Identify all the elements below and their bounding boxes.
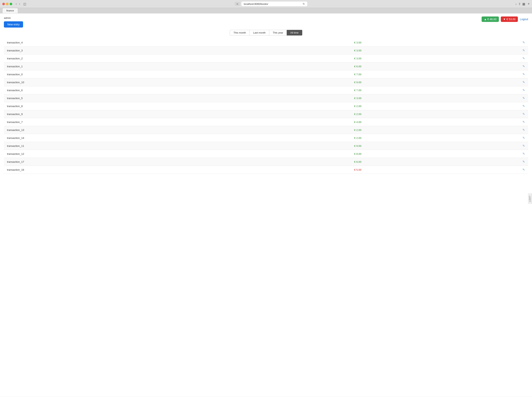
table-row: transaction_11€ 9.00✎ [4, 142, 528, 150]
transaction-amount: € 2.00 [266, 102, 449, 110]
transaction-amount: € 6.00 [266, 62, 449, 70]
transaction-edit-cell: ✎ [449, 126, 528, 134]
edit-icon[interactable]: ✎ [522, 96, 525, 100]
transaction-amount: € 3.00 [266, 94, 449, 102]
edit-icon[interactable]: ✎ [522, 73, 525, 76]
transaction-edit-cell: ✎ [449, 134, 528, 142]
transaction-amount: € 5.00 [266, 166, 449, 174]
table-row: transaction_8€ 2.00✎ [4, 102, 528, 110]
transaction-name: transaction_7 [4, 118, 266, 126]
edit-icon[interactable]: ✎ [522, 49, 525, 52]
tabs-button[interactable]: ▦ [522, 2, 525, 6]
forward-button[interactable]: › [18, 2, 21, 6]
transaction-name: transaction_0 [4, 70, 266, 78]
sidebar-toggle-button[interactable]: ◫ [23, 2, 27, 6]
transaction-name: transaction_6 [4, 86, 266, 94]
edit-icon[interactable]: ✎ [522, 144, 525, 147]
address-bar[interactable]: localhost:8080/books/ ↻ [241, 1, 307, 6]
new-tab-button[interactable]: + [527, 2, 530, 6]
transaction-edit-cell: ✎ [449, 142, 528, 150]
tab-bar: finance [0, 8, 532, 13]
minimize-button[interactable] [6, 3, 9, 5]
table-row: transaction_16€ 5.00✎ [4, 166, 528, 174]
table-row: transaction_6€ 7.00✎ [4, 86, 528, 94]
transaction-name: transaction_2 [4, 55, 266, 62]
filter-bar: This month Last month This year All time [4, 30, 528, 36]
table-row: transaction_4€ 3.00✎ [4, 39, 528, 47]
table-row: transaction_7€ 4.00✎ [4, 118, 528, 126]
expense-badge: ▼ € 53.00 [501, 17, 518, 22]
transaction-edit-cell: ✎ [449, 78, 528, 86]
table-row: transaction_17€ 6.00✎ [4, 158, 528, 166]
edit-icon[interactable]: ✎ [522, 160, 525, 163]
nav-buttons: ‹ › [15, 2, 21, 6]
transaction-edit-cell: ✎ [449, 110, 528, 118]
address-prefix: u [235, 2, 240, 6]
edit-icon[interactable]: ✎ [522, 41, 525, 44]
filter-this-year[interactable]: This year [269, 30, 287, 36]
reload-button[interactable]: ↻ [303, 2, 305, 6]
transaction-amount: € 9.00 [266, 142, 449, 150]
edit-icon[interactable]: ✎ [522, 152, 525, 155]
edit-icon[interactable]: ✎ [522, 88, 525, 92]
filter-last-month[interactable]: Last month [250, 30, 269, 36]
url-text: localhost:8080/books/ [244, 2, 268, 6]
table-row: transaction_2€ 3.00✎ [4, 55, 528, 62]
transaction-edit-cell: ✎ [449, 150, 528, 158]
transaction-edit-cell: ✎ [449, 118, 528, 126]
back-button[interactable]: ‹ [15, 2, 18, 6]
download-button[interactable]: ↓ [515, 2, 517, 6]
table-row: transaction_9€ 2.00✎ [4, 110, 528, 118]
transaction-amount: € 8.00 [266, 150, 449, 158]
edit-icon[interactable]: ✎ [522, 120, 525, 124]
table-row: transaction_1€ 6.00✎ [4, 62, 528, 70]
transaction-edit-cell: ✎ [449, 70, 528, 78]
edit-icon[interactable]: ✎ [522, 112, 525, 116]
traffic-lights [2, 3, 12, 5]
edit-icon[interactable]: ✎ [522, 136, 525, 139]
transaction-name: transaction_14 [4, 134, 266, 142]
page-content: admin New entry ▲ € 46.00 ▼ € 53.00 Logo… [0, 13, 532, 397]
maximize-button[interactable] [10, 3, 12, 5]
transaction-edit-cell: ✎ [449, 102, 528, 110]
browser-actions: ↓ ⇧ ▦ [515, 2, 525, 6]
logout-link[interactable]: Logout [520, 18, 528, 21]
transaction-amount: € 7.00 [266, 70, 449, 78]
transaction-table: transaction_4€ 3.00✎transaction_3€ 3.00✎… [4, 39, 528, 174]
edit-icon[interactable]: ✎ [522, 104, 525, 108]
header-right: ▲ € 46.00 ▼ € 53.00 Logout [482, 17, 528, 22]
transaction-edit-cell: ✎ [449, 166, 528, 174]
transaction-name: transaction_12 [4, 150, 266, 158]
transaction-amount: € 3.00 [266, 47, 449, 55]
transaction-amount: € 2.00 [266, 134, 449, 142]
page-header: admin New entry ▲ € 46.00 ▼ € 53.00 Logo… [4, 17, 528, 28]
transaction-name: transaction_5 [4, 94, 266, 102]
tab-title[interactable]: finance [2, 8, 18, 13]
share-button[interactable]: ⇧ [518, 2, 521, 6]
transaction-edit-cell: ✎ [449, 62, 528, 70]
edit-icon[interactable]: ✎ [522, 81, 525, 84]
transaction-name: transaction_11 [4, 142, 266, 150]
new-entry-button[interactable]: New entry [4, 21, 23, 28]
browser-chrome: ‹ › ◫ u localhost:8080/books/ ↻ ↓ ⇧ ▦ + [0, 0, 532, 8]
transaction-edit-cell: ✎ [449, 55, 528, 62]
close-button[interactable] [2, 3, 5, 5]
edit-icon[interactable]: ✎ [522, 168, 525, 171]
address-bar-area: u localhost:8080/books/ ↻ [29, 1, 514, 6]
table-row: transaction_3€ 3.00✎ [4, 47, 528, 55]
edit-icon[interactable]: ✎ [522, 128, 525, 131]
table-row: transaction_13€ 2.00✎ [4, 126, 528, 134]
sidebar-label: LDDT [528, 193, 532, 204]
user-label: admin [4, 17, 23, 19]
transaction-name: transaction_16 [4, 166, 266, 174]
transaction-name: transaction_9 [4, 110, 266, 118]
transaction-edit-cell: ✎ [449, 86, 528, 94]
transaction-amount: € 4.00 [266, 118, 449, 126]
transaction-edit-cell: ✎ [449, 158, 528, 166]
transaction-edit-cell: ✎ [449, 94, 528, 102]
edit-icon[interactable]: ✎ [522, 57, 525, 60]
filter-all-time[interactable]: All time [287, 30, 302, 36]
filter-this-month[interactable]: This month [230, 30, 250, 36]
table-row: transaction_12€ 8.00✎ [4, 150, 528, 158]
edit-icon[interactable]: ✎ [522, 65, 525, 68]
